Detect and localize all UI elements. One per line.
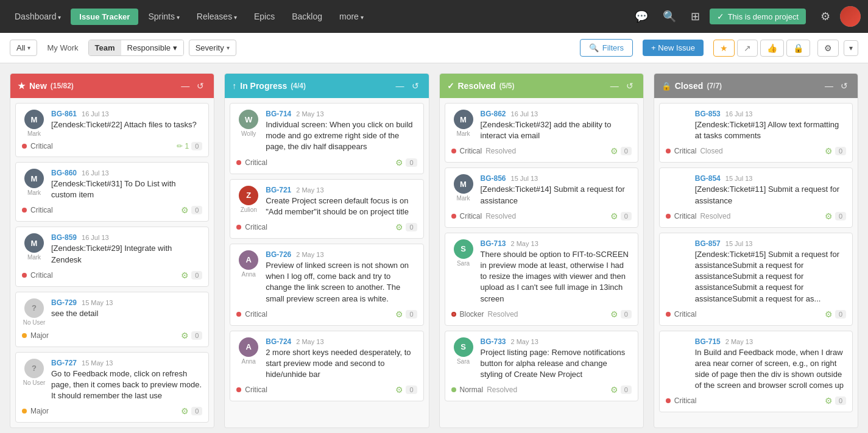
filters-button[interactable]: 🔍 Filters [580,39,633,57]
card-avatar: M [24,110,44,129]
card[interactable]: AAnna BG-724 2 May 13 2 more short keys … [230,331,423,402]
card[interactable]: BG-857 15 Jul 13 [Zendesk:Ticket#15] Sub… [659,233,853,326]
my-work-label[interactable]: My Work [42,40,83,55]
card-id[interactable]: BG-853 [695,110,721,118]
nav-dashboard[interactable]: Dashboard [7,8,68,25]
thumbup-action-btn[interactable]: 👍 [760,40,784,57]
card-count: 0 [406,385,417,394]
settings-icon[interactable]: ⚙ [817,40,839,57]
card-header: SSara BG-733 2 May 13 Project listing pa… [451,337,632,381]
card[interactable]: BG-853 16 Jul 13 [Zendesk:Ticket#13] All… [659,103,853,163]
card-id[interactable]: BG-729 [51,298,77,307]
card-tools: ⚙ 0 [395,222,417,232]
card[interactable]: ?No User BG-727 15 May 13 Go to Feedback… [15,352,209,423]
card[interactable]: MMark BG-860 16 Jul 13 [Zendesk:Ticket#3… [15,162,209,222]
card-header: AAnna BG-724 2 May 13 2 more short keys … [236,337,417,381]
lock-action-btn[interactable]: 🔒 [786,40,810,57]
col-minimize-btn[interactable]: — [178,80,192,92]
col-refresh-btn[interactable]: ↺ [409,80,422,92]
all-filter[interactable]: All [10,40,37,56]
card-id[interactable]: BG-861 [51,110,77,118]
card-id[interactable]: BG-859 [51,233,77,242]
settings-tool-icon: ⚙ [610,211,618,221]
card-date: 2 May 13 [296,338,323,345]
card-title: Create Project screen default focus is o… [266,195,417,217]
card-id-row: BG-856 15 Jul 13 [481,174,632,183]
card-title: [Zendesk:Ticket#31] To Do List with cust… [51,178,202,200]
card[interactable]: MMark BG-862 16 Jul 13 [Zendesk:Ticket#3… [445,103,638,163]
new-issue-button[interactable]: + New Issue [643,40,704,56]
card-avatar: M [454,174,473,194]
card-header: ?No User BG-727 15 May 13 Go to Feedback… [22,359,202,402]
team-btn[interactable]: Team [89,40,121,55]
avatar-image [840,6,861,27]
user-avatar[interactable] [840,6,861,27]
card[interactable]: MMark BG-861 16 Jul 13 [Zendesk:Ticket#2… [15,103,209,157]
severity-label: Critical [674,147,697,155]
card[interactable]: BG-715 2 May 13 In Build and Feedback mo… [659,331,853,413]
nav-epics[interactable]: Epics [247,8,282,25]
card-id[interactable]: BG-860 [51,169,77,177]
card-id[interactable]: BG-857 [695,239,721,248]
nav-backlog[interactable]: Backlog [284,8,330,25]
severity-filter[interactable]: Severity [189,40,236,56]
card[interactable]: SSara BG-733 2 May 13 Project listing pa… [445,331,638,402]
card-avatar-label: Anna [242,358,256,365]
card-avatar-col: ?No User [22,298,46,326]
card-title: [Zendesk:Ticket#15] Submit a request for… [695,249,846,305]
card-header: MMark BG-859 16 Jul 13 [Zendesk:Ticket#2… [22,233,202,265]
card[interactable]: MMark BG-856 15 Jul 13 [Zendesk:Ticket#1… [445,167,638,227]
card[interactable]: WWolly BG-714 2 May 13 Individual screen… [230,103,423,174]
responsible-btn[interactable]: Responsible ▾ [121,40,183,55]
col-cards-inprogress: WWolly BG-714 2 May 13 Individual screen… [225,98,428,406]
gear-icon[interactable]: ⚙ [816,7,835,26]
card[interactable]: MMark BG-859 16 Jul 13 [Zendesk:Ticket#2… [15,227,209,286]
card-id[interactable]: BG-727 [51,359,77,367]
chevron-down-icon[interactable]: ▾ [844,40,858,56]
nav-releases[interactable]: Releases [189,8,244,25]
col-refresh-btn[interactable]: ↺ [194,80,206,92]
card-avatar: S [454,239,473,259]
col-refresh-btn[interactable]: ↺ [838,80,850,92]
card-id[interactable]: BG-862 [481,110,506,118]
search-icon[interactable]: 🔍 [658,7,681,26]
project-badge[interactable]: ✓ This is demo project [710,9,806,24]
star-action-btn[interactable]: ★ [713,40,735,57]
col-icon: ↑ [232,81,236,91]
card-id[interactable]: BG-854 [695,174,721,183]
card-id[interactable]: BG-721 [266,186,291,194]
card[interactable]: AAnna BG-726 2 May 13 Preview of linked … [230,244,423,326]
all-label: All [16,43,25,52]
col-minimize-btn[interactable]: — [608,80,621,92]
col-minimize-btn[interactable]: — [393,80,407,92]
card-id[interactable]: BG-714 [266,110,291,118]
card[interactable]: ?No User BG-729 15 May 13 see the detail… [15,292,209,347]
grid-icon[interactable]: ⊞ [686,7,705,26]
card-id[interactable]: BG-724 [266,337,291,346]
card-meta: BG-721 2 May 13 Create Project screen de… [266,186,417,217]
card-id-row: BG-726 2 May 13 [266,250,417,259]
card-id[interactable]: BG-726 [266,250,291,259]
card-title: In Build and Feedback mode, when I draw … [695,347,846,392]
nav-sprints[interactable]: Sprints [141,8,186,25]
col-refresh-btn[interactable]: ↺ [624,80,636,92]
card-avatar-col: MMark [22,169,46,196]
card-date: 2 May 13 [296,186,323,194]
col-count: (5/5) [499,82,515,90]
card-tools: ⚙ 0 [395,309,417,319]
card[interactable]: ZZulion BG-721 2 May 13 Create Project s… [230,179,423,239]
nav-issue-tracker[interactable]: Issue Tracker [71,9,138,25]
card-avatar: Z [239,186,258,205]
card-meta: BG-854 15 Jul 13 [Zendesk:Ticket#11] Sub… [695,174,846,206]
nav-more[interactable]: more [332,8,371,25]
card-meta: BG-714 2 May 13 Individual screen: When … [266,110,417,153]
card[interactable]: SSara BG-713 2 May 13 There should be op… [445,233,638,326]
card-id[interactable]: BG-856 [481,174,506,183]
share-action-btn[interactable]: ↗ [737,40,758,57]
chat-icon[interactable]: 💬 [630,7,653,26]
card[interactable]: BG-854 15 Jul 13 [Zendesk:Ticket#11] Sub… [659,167,853,227]
card-id[interactable]: BG-715 [695,337,721,346]
card-id[interactable]: BG-733 [481,337,506,346]
col-minimize-btn[interactable]: — [822,80,836,92]
card-id[interactable]: BG-713 [481,239,506,248]
